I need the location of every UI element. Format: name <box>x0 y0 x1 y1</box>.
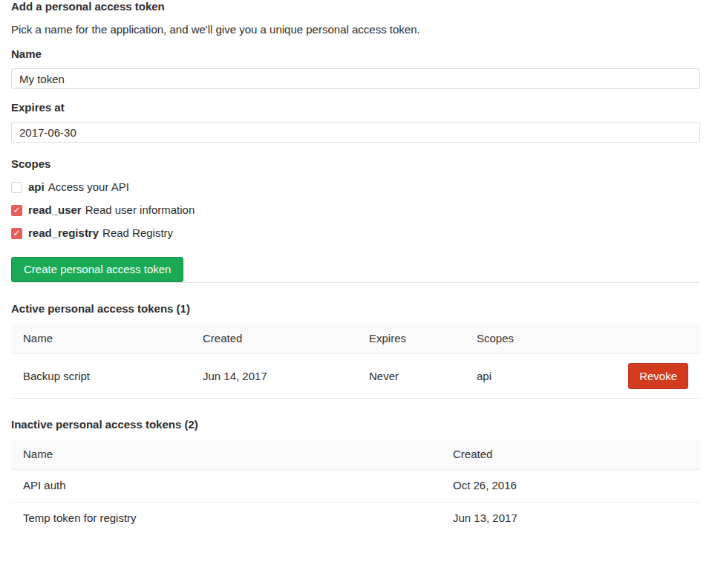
column-header-created: Created <box>441 440 700 470</box>
add-token-heading: Add a personal access token <box>11 1 700 13</box>
scope-name: api <box>28 181 45 193</box>
scope-description: Read Registry <box>102 227 173 239</box>
token-expires-cell: Never <box>357 354 465 399</box>
inactive-tokens-section: Inactive personal access tokens (2) Name… <box>11 419 700 535</box>
token-scopes-cell: api <box>465 354 587 399</box>
scope-option-read-registry[interactable]: read_registry Read Registry <box>11 227 700 239</box>
column-header-name: Name <box>11 440 441 470</box>
token-action-cell: Revoke <box>587 354 700 399</box>
token-name-cell: API auth <box>11 470 441 503</box>
active-tokens-heading: Active personal access tokens (1) <box>11 303 700 315</box>
table-row: API auth Oct 26, 2016 <box>11 470 700 503</box>
add-token-section: Add a personal access token Pick a name … <box>11 1 700 282</box>
scope-option-api[interactable]: api Access your API <box>11 181 700 193</box>
scopes-label: Scopes <box>11 158 700 170</box>
scope-option-read-user[interactable]: read_user Read user information <box>11 204 700 216</box>
section-divider <box>11 398 700 399</box>
inactive-tokens-table: Name Created API auth Oct 26, 2016 Temp … <box>11 440 700 535</box>
create-token-button[interactable]: Create personal access token <box>11 257 183 282</box>
token-name-input[interactable] <box>11 68 700 89</box>
token-created-cell: Oct 26, 2016 <box>441 470 700 503</box>
token-name-cell: Temp token for registry <box>11 503 441 535</box>
table-row: Backup script Jun 14, 2017 Never api Rev… <box>11 354 700 399</box>
api-checkbox[interactable] <box>11 182 22 193</box>
expires-at-input[interactable] <box>11 122 700 143</box>
table-header-row: Name Created <box>11 440 700 470</box>
revoke-button[interactable]: Revoke <box>628 363 688 389</box>
column-header-actions <box>587 324 700 354</box>
scope-description: Read user information <box>85 204 195 216</box>
table-header-row: Name Created Expires Scopes <box>11 324 700 354</box>
read-user-checkbox[interactable] <box>11 205 22 216</box>
add-token-description: Pick a name for the application, and we'… <box>11 24 700 36</box>
name-label: Name <box>11 48 700 60</box>
table-row: Temp token for registry Jun 13, 2017 <box>11 503 700 535</box>
inactive-tokens-heading: Inactive personal access tokens (2) <box>11 419 700 431</box>
column-header-name: Name <box>11 324 191 354</box>
active-tokens-table: Name Created Expires Scopes Backup scrip… <box>11 324 700 398</box>
scope-name: read_registry <box>28 227 99 239</box>
token-created-cell: Jun 13, 2017 <box>441 503 700 535</box>
column-header-scopes: Scopes <box>465 324 587 354</box>
token-created-cell: Jun 14, 2017 <box>191 354 357 399</box>
column-header-created: Created <box>191 324 357 354</box>
scope-description: Access your API <box>48 181 129 193</box>
expires-at-label: Expires at <box>11 102 700 114</box>
section-divider <box>11 282 700 283</box>
active-tokens-section: Active personal access tokens (1) Name C… <box>11 303 700 398</box>
token-name-cell: Backup script <box>11 354 191 399</box>
column-header-expires: Expires <box>357 324 465 354</box>
scope-name: read_user <box>28 204 82 216</box>
read-registry-checkbox[interactable] <box>11 228 22 239</box>
